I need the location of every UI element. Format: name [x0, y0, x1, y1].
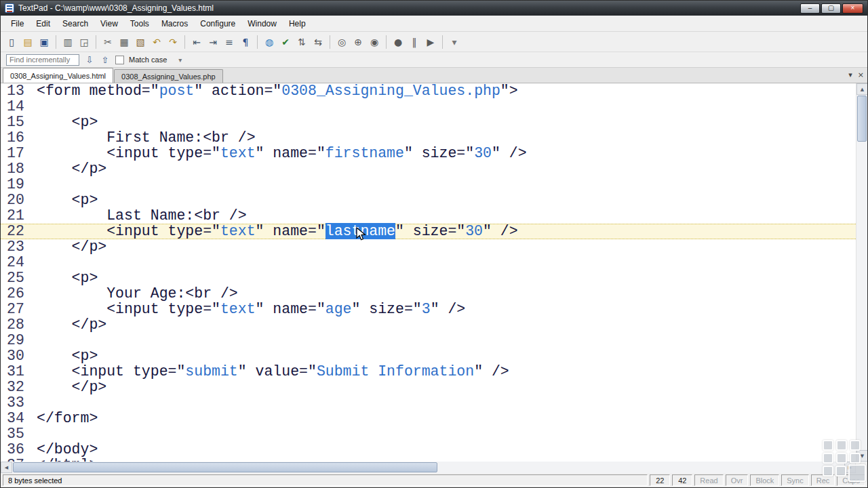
code-line[interactable]: 17 <input type="text" name="firstname" s…	[1, 146, 856, 161]
code-line[interactable]: 14	[1, 99, 856, 115]
copy-button[interactable]: ▦	[116, 34, 132, 50]
save-file-button[interactable]: ▣	[36, 34, 52, 50]
code-text	[31, 333, 37, 348]
menu-tools[interactable]: Tools	[124, 16, 155, 31]
line-number: 24	[1, 255, 31, 270]
editor-pane[interactable]: 13<form method="post" action="0308_Assig…	[1, 83, 867, 462]
find-previous-up-icon[interactable]: ⇧	[100, 55, 111, 65]
overlay-square	[848, 464, 866, 482]
menu-edit[interactable]: Edit	[30, 16, 56, 31]
close-document-icon[interactable]: ×	[858, 70, 864, 79]
reformat-button[interactable]: ≡	[221, 34, 237, 50]
print-preview-button[interactable]: ◲	[76, 34, 92, 50]
vertical-scrollbar-thumb[interactable]	[857, 96, 867, 142]
toolbar-overflow-button[interactable]: ▾	[446, 34, 462, 50]
sort-button[interactable]: ⇅	[294, 34, 310, 50]
horizontal-scrollbar-thumb[interactable]	[13, 462, 437, 472]
toolbar-overflow-icon: ▾	[452, 37, 456, 47]
paragraph-marks-button[interactable]: ¶	[237, 34, 254, 50]
code-line[interactable]: 23 </p>	[1, 239, 856, 255]
spell-check-icon: ✔	[281, 37, 290, 47]
menu-search[interactable]: Search	[56, 16, 94, 31]
code-line[interactable]: 21 Last Name:<br />	[1, 208, 856, 224]
find-button[interactable]: ⊕	[350, 34, 366, 50]
code-line[interactable]: 15 <p>	[1, 115, 856, 130]
match-case-checkbox[interactable]	[115, 56, 124, 64]
vertical-scrollbar[interactable]: ▲ ▼	[856, 83, 867, 462]
code-line[interactable]: 32 </p>	[1, 380, 856, 395]
find-in-files-button[interactable]: ◉	[366, 34, 382, 50]
pause-macro-button[interactable]: ‖	[406, 34, 422, 50]
code-line[interactable]: 31 <input type="submit" value="Submit In…	[1, 364, 856, 380]
code-line[interactable]: 20 <p>	[1, 192, 856, 208]
menu-window[interactable]: Window	[241, 16, 283, 31]
code-line[interactable]: 34</form>	[1, 411, 856, 426]
spell-check-button[interactable]: ✔	[277, 34, 294, 50]
code-text: </p>	[31, 380, 106, 395]
open-file-button[interactable]: ▤	[20, 34, 36, 50]
reformat-icon: ≡	[225, 37, 233, 47]
maximize-button[interactable]: ▢	[821, 3, 841, 14]
status-bar: 8 bytes selected 22 42 ReadOvrBlockSyncR…	[1, 473, 867, 487]
minimize-button[interactable]: –	[800, 3, 820, 14]
horizontal-scrollbar[interactable]: ◀ ▶	[1, 462, 856, 473]
play-macro-button[interactable]: ▶	[422, 34, 439, 50]
pause-macro-icon: ‖	[412, 37, 417, 47]
menu-help[interactable]: Help	[283, 16, 312, 31]
code-line[interactable]: 25 <p>	[1, 270, 856, 286]
code-line[interactable]: 28 </p>	[1, 317, 856, 333]
paste-button[interactable]: ▧	[132, 34, 149, 50]
print-button[interactable]: ▥	[60, 34, 76, 50]
code-line[interactable]: 30 <p>	[1, 348, 856, 364]
document-tab[interactable]: 0308_Assigning_Values.php	[114, 69, 223, 83]
line-number: 22	[1, 224, 31, 239]
code-line[interactable]: 27 <input type="text" name="age" size="3…	[1, 302, 856, 317]
cut-button[interactable]: ✂	[100, 34, 116, 50]
scroll-up-icon[interactable]: ▲	[856, 83, 867, 95]
menu-configure[interactable]: Configure	[194, 16, 241, 31]
code-area[interactable]: 13<form method="post" action="0308_Assig…	[1, 83, 856, 462]
find-next-down-icon[interactable]: ⇩	[84, 55, 95, 65]
redo-button[interactable]: ↷	[165, 34, 181, 50]
code-line[interactable]: 36</body>	[1, 442, 856, 458]
indent-button[interactable]: ⇥	[205, 34, 221, 50]
code-text	[31, 395, 37, 411]
code-line[interactable]: 19	[1, 177, 856, 192]
findbar-overflow-chevron-icon[interactable]: ▾	[178, 56, 182, 64]
code-line[interactable]: 18 </p>	[1, 161, 856, 177]
toolbar-separator	[257, 35, 258, 49]
code-text: <p>	[31, 192, 98, 208]
record-macro-button[interactable]: ●	[390, 34, 406, 50]
play-macro-icon: ▶	[427, 37, 435, 47]
document-tab[interactable]: 0308_Assigning_Values.html	[3, 68, 113, 83]
find-incrementally-input[interactable]	[6, 54, 79, 66]
line-number: 19	[1, 177, 31, 192]
close-button[interactable]: ×	[842, 3, 863, 14]
new-file-button[interactable]: ▯	[3, 34, 20, 50]
main-toolbar: ▯▤▣▥◲✂▦▧↶↷⇤⇥≡¶◍✔⇅⇆◎⊕◉●‖▶▾	[1, 32, 867, 52]
line-number: 17	[1, 146, 31, 161]
code-line[interactable]: 29	[1, 333, 856, 348]
view-in-browser-button[interactable]: ◎	[334, 34, 350, 50]
overlay-square	[835, 466, 846, 476]
menu-view[interactable]: View	[94, 16, 124, 31]
undo-button[interactable]: ↶	[149, 34, 165, 50]
code-line[interactable]: 13<form method="post" action="0308_Assig…	[1, 83, 856, 99]
code-line[interactable]: 16 First Name:<br />	[1, 130, 856, 146]
code-line[interactable]: 33	[1, 395, 856, 411]
code-line[interactable]: 35	[1, 426, 856, 442]
menu-file[interactable]: File	[5, 16, 30, 31]
code-line[interactable]: 26 Your Age:<br />	[1, 286, 856, 302]
code-text: Your Age:<br />	[31, 286, 238, 302]
menu-macros[interactable]: Macros	[155, 16, 194, 31]
code-text: <input type="text" name="age" size="3" /…	[31, 302, 465, 317]
unindent-button[interactable]: ⇤	[189, 34, 205, 50]
code-line[interactable]: 22 <input type="text" name="lastname" si…	[1, 224, 856, 239]
html-preview-button[interactable]: ◍	[261, 34, 277, 50]
line-number: 23	[1, 239, 31, 255]
scroll-left-icon[interactable]: ◀	[1, 462, 12, 473]
code-text: <input type="text" name="lastname" size=…	[31, 224, 518, 239]
code-line[interactable]: 24	[1, 255, 856, 270]
tab-list-chevron-icon[interactable]: ▾	[848, 70, 852, 79]
compare-files-button[interactable]: ⇆	[310, 34, 326, 50]
